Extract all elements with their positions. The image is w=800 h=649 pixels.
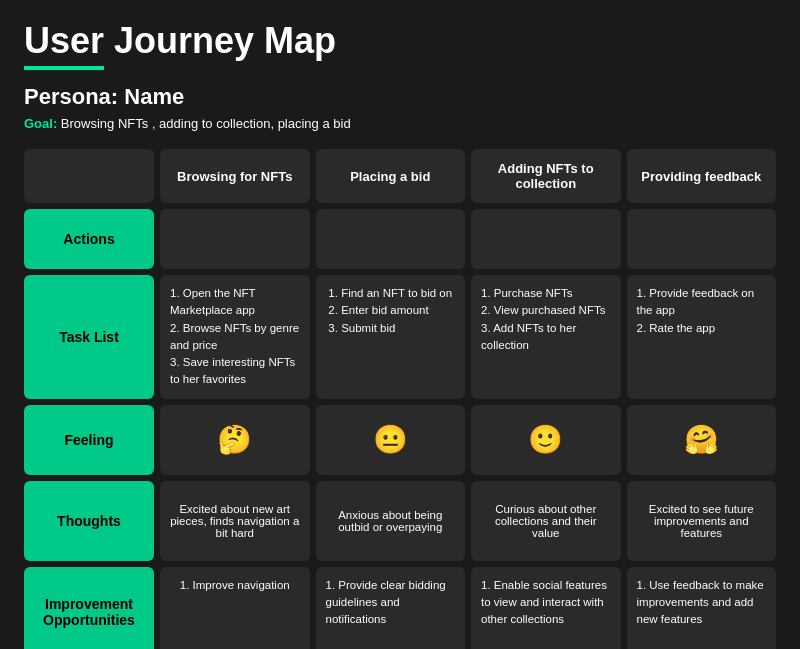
- actions-col1: [160, 209, 310, 269]
- feeling-col2: 😐: [316, 405, 466, 475]
- improvement-col1: 1. Improve navigation: [160, 567, 310, 650]
- header-col3: Adding NFTs to collection: [471, 149, 621, 203]
- persona-label: Persona: Name: [24, 84, 776, 110]
- feeling-col1: 🤔: [160, 405, 310, 475]
- actions-col2: [316, 209, 466, 269]
- improvement-label: Improvement Opportunities: [24, 567, 154, 650]
- journey-map-grid: Browsing for NFTs Placing a bid Adding N…: [24, 149, 776, 649]
- goal-content: Browsing NFTs , adding to collection, pl…: [61, 116, 351, 131]
- header-col2: Placing a bid: [316, 149, 466, 203]
- task-col2: 1. Find an NFT to bid on 2. Enter bid am…: [316, 275, 466, 399]
- page-title: User Journey Map: [24, 20, 776, 62]
- task-col3: 1. Purchase NFTs 2. View purchased NFTs …: [471, 275, 621, 399]
- actions-label: Actions: [24, 209, 154, 269]
- feeling-label: Feeling: [24, 405, 154, 475]
- improvement-col2: 1. Provide clear bidding guidelines and …: [316, 567, 466, 650]
- feeling-col4: 🤗: [627, 405, 777, 475]
- header-col4: Providing feedback: [627, 149, 777, 203]
- thoughts-col2: Anxious about being outbid or overpaying: [316, 481, 466, 561]
- goal-label: Goal:: [24, 116, 57, 131]
- title-underline: [24, 66, 104, 70]
- task-list-label: Task List: [24, 275, 154, 399]
- actions-col3: [471, 209, 621, 269]
- header-col1: Browsing for NFTs: [160, 149, 310, 203]
- feeling-col3: 🙂: [471, 405, 621, 475]
- improvement-col4: 1. Use feedback to make improvements and…: [627, 567, 777, 650]
- task-col4: 1. Provide feedback on the app 2. Rate t…: [627, 275, 777, 399]
- actions-col4: [627, 209, 777, 269]
- task-col1: 1. Open the NFT Marketplace app 2. Brows…: [160, 275, 310, 399]
- thoughts-col1: Excited about new art pieces, finds navi…: [160, 481, 310, 561]
- thoughts-col4: Excited to see future improvements and f…: [627, 481, 777, 561]
- header-empty: [24, 149, 154, 203]
- goal-text: Goal: Browsing NFTs , adding to collecti…: [24, 116, 776, 131]
- improvement-col3: 1. Enable social features to view and in…: [471, 567, 621, 650]
- thoughts-col3: Curious about other collections and thei…: [471, 481, 621, 561]
- thoughts-label: Thoughts: [24, 481, 154, 561]
